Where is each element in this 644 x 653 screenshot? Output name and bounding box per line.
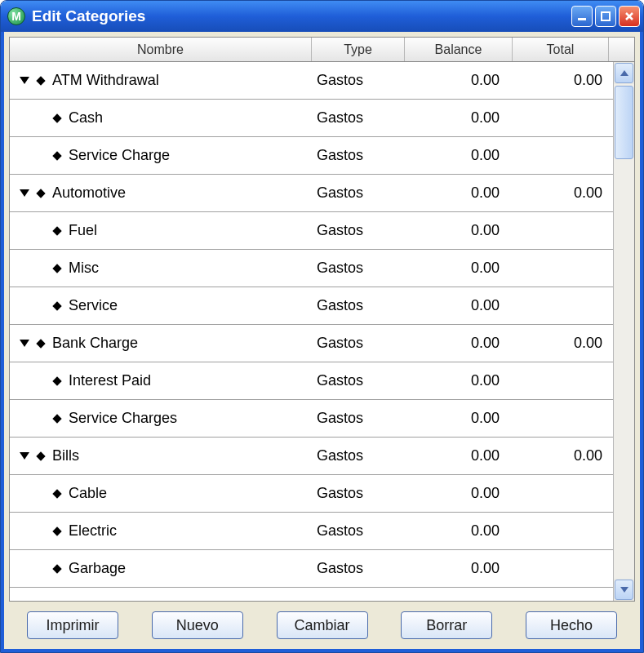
minimize-icon [577,11,587,21]
table-row[interactable]: Service ChargesGastos0.00 [10,400,613,438]
cell-name: Service [10,297,312,314]
app-icon: M [7,7,25,25]
scroll-down-button[interactable] [615,580,633,600]
column-header-type[interactable]: Type [312,38,405,61]
cell-type: Gastos [312,222,405,239]
cell-type: Gastos [312,147,405,164]
category-name: ATM Withdrawal [52,72,159,89]
titlebar[interactable]: M Edit Categories [1,1,643,32]
table-row[interactable]: CashGastos0.00 [10,100,613,137]
table-row[interactable]: AutomotiveGastos0.000.00 [10,175,613,212]
cell-balance: 0.00 [405,184,513,202]
disclosure-triangle-icon[interactable] [20,189,29,197]
table-row[interactable]: ATM WithdrawalGastos0.000.00 [10,62,613,100]
table-row[interactable]: Bank ChargeGastos0.000.00 [10,325,613,362]
cell-balance: 0.00 [405,372,513,389]
table-row[interactable]: MiscGastos0.00 [10,250,613,287]
cell-name: Electric [10,522,312,540]
cell-type: Gastos [312,184,405,202]
bullet-diamond-icon [52,564,61,573]
cell-balance: 0.00 [405,522,513,540]
bullet-diamond-icon [52,113,61,122]
scroll-up-button[interactable] [615,63,633,83]
bullet-diamond-icon [52,414,61,423]
disclosure-triangle-icon[interactable] [20,340,29,347]
cell-total: 0.00 [513,335,609,352]
category-name: Service Charges [69,410,177,427]
cell-type: Gastos [312,335,405,352]
table-row[interactable]: Interest PaidGastos0.00 [10,362,613,400]
bullet-diamond-icon [52,264,61,273]
svg-rect-1 [602,12,610,20]
cell-type: Gastos [312,72,405,89]
bullet-diamond-icon [52,376,61,385]
new-button[interactable]: Nuevo [152,611,243,639]
cell-type: Gastos [312,485,405,502]
category-name: Bills [52,447,79,464]
cell-total: 0.00 [513,72,609,89]
column-header-name[interactable]: Nombre [10,38,312,61]
cell-name: Bills [10,447,312,464]
cell-balance: 0.00 [405,260,513,277]
table-row[interactable]: ElectricGastos0.00 [10,513,613,550]
column-header-spacer [609,38,634,61]
close-icon [624,11,634,21]
category-name: Electric [69,522,117,540]
titlebar-buttons [571,6,640,27]
table-row[interactable]: CableGastos0.00 [10,475,613,513]
window-title: Edit Categories [32,7,571,25]
table-row[interactable]: BillsGastos0.000.00 [10,438,613,475]
column-header-total[interactable]: Total [513,38,609,61]
window: M Edit Categories Nombre Type Balance To… [0,0,644,653]
bullet-diamond-icon [52,526,61,535]
bullet-diamond-icon [52,301,61,310]
category-table: Nombre Type Balance Total ATM Withdrawal… [9,37,635,602]
table-row[interactable]: GarbageGastos0.00 [10,550,613,588]
done-button[interactable]: Hecho [526,611,617,639]
bullet-diamond-icon [36,189,45,198]
arrow-down-icon [620,587,628,593]
change-button[interactable]: Cambiar [277,611,368,639]
cell-balance: 0.00 [405,222,513,239]
category-name: Interest Paid [69,372,151,389]
cell-type: Gastos [312,260,405,277]
print-button[interactable]: Imprimir [27,611,118,639]
cell-name: Automotive [10,184,312,202]
close-button[interactable] [619,6,640,27]
cell-name: Service Charge [10,147,312,164]
cell-type: Gastos [312,522,405,540]
category-name: Service Charge [69,147,170,164]
cell-name: Service Charges [10,410,312,427]
table-header: Nombre Type Balance Total [10,38,634,62]
cell-name: Misc [10,260,312,277]
cell-name: Fuel [10,222,312,239]
cell-type: Gastos [312,297,405,314]
scrollbar-track[interactable] [614,84,634,579]
cell-balance: 0.00 [405,447,513,464]
vertical-scrollbar[interactable] [613,62,634,601]
category-name: Service [69,297,118,314]
cell-name: Interest Paid [10,372,312,389]
bullet-diamond-icon [52,226,61,235]
column-header-balance[interactable]: Balance [405,38,513,61]
cell-name: ATM Withdrawal [10,72,312,89]
cell-name: Cash [10,109,312,127]
disclosure-triangle-icon[interactable] [20,77,29,84]
bullet-diamond-icon [36,339,45,348]
scrollbar-thumb[interactable] [615,86,633,159]
table-rows: ATM WithdrawalGastos0.000.00CashGastos0.… [10,62,613,601]
bullet-diamond-icon [36,451,45,460]
minimize-button[interactable] [571,6,593,27]
bullet-diamond-icon [36,76,45,85]
cell-balance: 0.00 [405,72,513,89]
category-name: Cash [69,109,103,127]
table-row[interactable]: Service ChargeGastos0.00 [10,137,613,175]
cell-balance: 0.00 [405,109,513,127]
table-row[interactable]: FuelGastos0.00 [10,212,613,250]
disclosure-triangle-icon[interactable] [20,452,29,460]
delete-button[interactable]: Borrar [401,611,492,639]
cell-name: Cable [10,485,312,502]
cell-total: 0.00 [513,184,609,202]
maximize-button[interactable] [595,6,616,27]
table-row[interactable]: ServiceGastos0.00 [10,287,613,325]
